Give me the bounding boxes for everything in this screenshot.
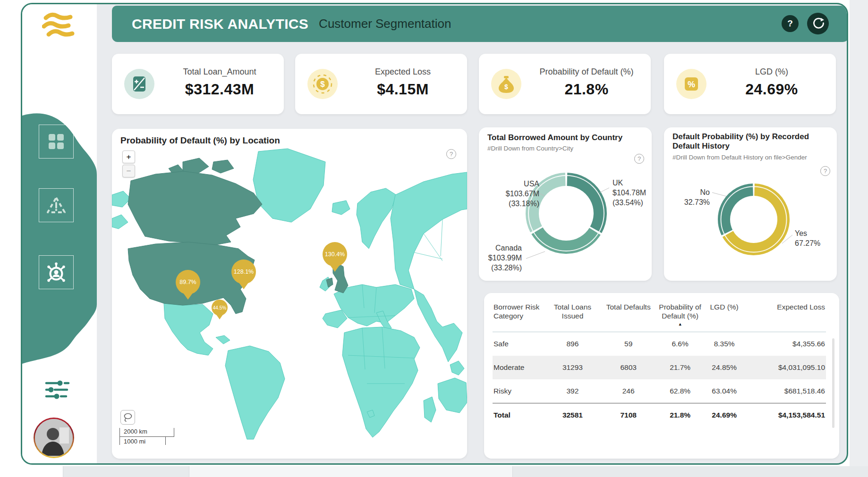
kpi-value: 21.8%	[529, 81, 644, 98]
donut-panel-country: Total Borrowed Amount by Country #Drill …	[479, 127, 652, 281]
donut-default-title: Default Probability (%) by Recorded Defa…	[672, 132, 828, 151]
kpi-card-probability-default: $ Probability of Default (%) 21.8%	[479, 54, 651, 114]
kpi-title: Total Loan_Amount	[162, 67, 277, 77]
page-footer-strip	[0, 466, 868, 477]
risk-table: Borrower Risk Category Total Loans Issue…	[493, 299, 826, 427]
col-header-defaults[interactable]: Total Defaults	[603, 299, 654, 332]
risk-table-panel: Borrower Risk Category Total Loans Issue…	[484, 293, 839, 459]
filters-button[interactable]	[45, 379, 72, 401]
avatar-photo	[35, 419, 73, 457]
lasso-icon	[123, 412, 133, 423]
lasso-select-button[interactable]	[120, 410, 135, 425]
map-title: Probability of Default (%) by Location	[120, 135, 280, 146]
donut-country-help-icon[interactable]: ?	[634, 154, 644, 164]
svg-text:$: $	[320, 80, 325, 89]
sidebar-item-overview[interactable]	[39, 125, 74, 159]
map-pin-uk[interactable]: 130.4%	[323, 242, 347, 272]
kpi-card-total-loan: Total Loan_Amount $312.43M	[112, 54, 284, 114]
sidebar-item-customer-segmentation[interactable]	[39, 255, 74, 289]
table-row-moderate[interactable]: Moderate31293 680321.7% 24.85%$4,031,095…	[493, 356, 826, 379]
table-row-safe[interactable]: Safe896 596.6% 8.35%$4,355.66	[493, 332, 826, 356]
refresh-button[interactable]	[807, 13, 829, 34]
grid-icon	[47, 132, 66, 151]
donut-segment-no[interactable]	[724, 190, 753, 233]
table-row-total[interactable]: Total32581 710821.8% 24.69%$4,153,584.51	[493, 403, 826, 427]
calculator-icon	[124, 69, 154, 99]
map-pin-south-us[interactable]: 44.5%	[212, 300, 228, 319]
map-scale-km: 2000 km	[119, 428, 174, 437]
donut-label-yes: Yes67.27%	[795, 229, 820, 249]
col-header-loans[interactable]: Total Loans Issued	[543, 299, 603, 332]
customer-network-icon	[45, 261, 67, 283]
warning-triangle-icon	[45, 195, 68, 216]
map-scale-mi: 1000 mi	[119, 437, 166, 445]
map-scale: 2000 km 1000 mi	[119, 428, 174, 445]
map-pin-east-us[interactable]: 128.1%	[231, 259, 256, 289]
table-header-row: Borrower Risk Category Total Loans Issue…	[493, 299, 826, 332]
money-bag-icon: $	[491, 69, 521, 99]
world-map[interactable]	[112, 148, 467, 440]
svg-text:%: %	[688, 80, 695, 89]
svg-text:$: $	[504, 83, 508, 91]
donut-default-subtitle: #Drill Down from Default History on file…	[672, 154, 807, 161]
dollar-coin-icon: $	[307, 69, 338, 99]
dashboard-container: CREDIT RISK ANALYTICS Customer Segmentat…	[21, 3, 848, 465]
map-panel: Probability of Default (%) by Location ?…	[112, 129, 467, 459]
kpi-value: $312.43M	[162, 81, 277, 98]
kpi-title: Expected Loss	[345, 67, 460, 77]
donut-label-usa: USA$103.67M(33.18%)	[506, 179, 539, 209]
sidebar-item-risk[interactable]	[39, 188, 74, 222]
map-pin-west-us[interactable]: 89.7%	[176, 270, 200, 300]
sliders-icon	[45, 379, 71, 401]
sort-ascending-icon: ▲	[655, 322, 705, 327]
sidebar	[22, 4, 97, 463]
help-icon: ?	[787, 18, 793, 29]
donut-label-canada: Canada$103.99M(33.28%)	[488, 243, 522, 273]
table-row-risky[interactable]: Risky392 24662.8% 63.04%$681,518.46	[493, 379, 826, 403]
kpi-value: $4.15M	[345, 81, 460, 98]
donut-panel-default-history: Default Probability (%) by Recorded Defa…	[664, 127, 837, 281]
donut-label-no: No32.73%	[684, 188, 710, 208]
table-scrollbar[interactable]	[832, 338, 834, 428]
refresh-icon	[812, 17, 825, 30]
donut-country-title: Total Borrowed Amount by Country	[487, 133, 622, 142]
help-button[interactable]: ?	[782, 15, 799, 32]
col-header-expected-loss[interactable]: Expected Loss	[742, 299, 826, 332]
donut-label-uk: UK$104.78M(33.54%)	[613, 178, 646, 208]
screenshot-root: CREDIT RISK ANALYTICS Customer Segmentat…	[0, 0, 868, 477]
col-header-category[interactable]: Borrower Risk Category	[493, 299, 543, 332]
page-background-right	[850, 0, 868, 466]
kpi-value: 24.69%	[714, 81, 829, 98]
col-header-lgd[interactable]: LGD (%)	[706, 299, 743, 332]
donut-country-subtitle: #Drill Down from Country>City	[487, 145, 573, 152]
kpi-card-lgd: % LGD (%) 24.69%	[664, 54, 836, 114]
col-header-pod[interactable]: Probability of Default (%) ▲	[654, 299, 706, 332]
kpi-card-expected-loss: $ Expected Loss $4.15M	[295, 54, 467, 114]
app-header: CREDIT RISK ANALYTICS Customer Segmentat…	[112, 6, 848, 42]
kpi-title: LGD (%)	[714, 67, 829, 77]
percent-icon: %	[676, 69, 706, 99]
brand-logo-icon	[42, 12, 76, 41]
user-avatar[interactable]	[34, 418, 74, 458]
page-subtitle: Customer Segmentation	[319, 17, 451, 31]
page-title: CREDIT RISK ANALYTICS	[132, 16, 308, 32]
donut-segment-uk[interactable]	[567, 179, 600, 230]
kpi-title: Probability of Default (%)	[529, 67, 644, 77]
